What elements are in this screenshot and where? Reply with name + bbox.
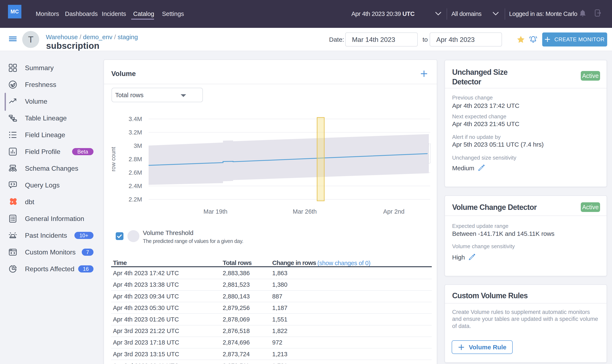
svg-text:2.4M: 2.4M xyxy=(129,183,142,189)
svg-text:Mar 19th: Mar 19th xyxy=(203,208,227,215)
svg-text:2.8M: 2.8M xyxy=(129,156,142,163)
svg-text:row count: row count xyxy=(110,147,117,171)
svg-text:2.2M: 2.2M xyxy=(129,196,142,203)
svg-text:3M: 3M xyxy=(134,143,142,149)
svg-text:Apr 2nd: Apr 2nd xyxy=(383,208,404,215)
svg-text:3.4M: 3.4M xyxy=(129,116,142,122)
svg-text:Mar 26th: Mar 26th xyxy=(293,208,317,215)
svg-text:3.2M: 3.2M xyxy=(129,129,142,136)
svg-text:2.6M: 2.6M xyxy=(129,169,142,176)
